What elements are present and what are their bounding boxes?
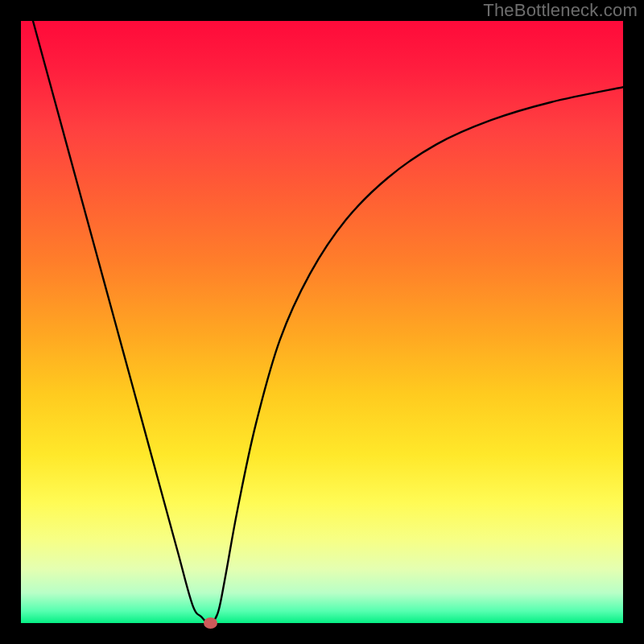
plot-gradient-background [21, 21, 623, 623]
watermark-label: TheBottleneck.com [483, 0, 638, 21]
chart-frame: TheBottleneck.com [0, 0, 644, 644]
